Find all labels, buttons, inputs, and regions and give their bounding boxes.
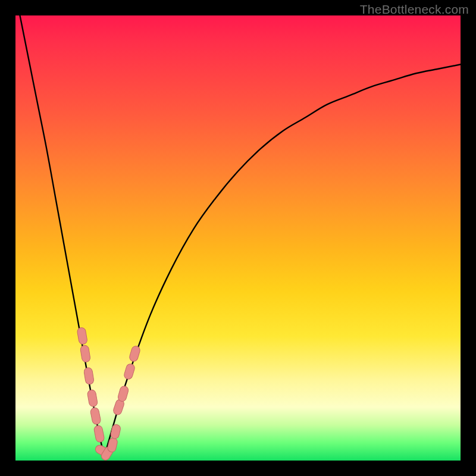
svg-rect-4 [90,407,101,425]
curve-layer [15,15,461,461]
svg-rect-7 [117,385,129,402]
svg-rect-5 [93,425,105,443]
svg-rect-9 [129,345,141,362]
svg-rect-8 [123,363,136,380]
svg-rect-1 [80,345,90,363]
svg-rect-2 [83,367,94,385]
bead [87,389,98,407]
bead [93,425,105,443]
svg-rect-3 [87,389,98,407]
watermark-text: TheBottleneck.com [360,2,469,17]
svg-rect-0 [77,327,88,345]
bead [80,345,90,363]
bead [123,363,136,380]
bead-markers [77,327,141,462]
bead [83,367,94,385]
plot-area [15,15,461,461]
outer-frame: TheBottleneck.com [0,0,476,476]
bead [77,327,88,345]
bead [90,407,101,425]
curve-right-branch [105,64,461,456]
bead [110,424,121,440]
svg-rect-13 [110,424,121,440]
bottleneck-curve [20,15,461,456]
bead [129,345,141,362]
bead [117,385,129,402]
